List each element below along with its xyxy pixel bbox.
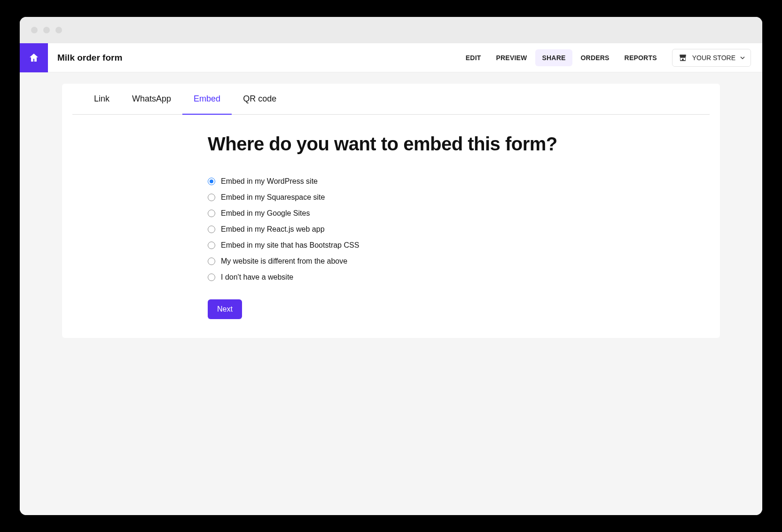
tab-link[interactable]: Link (83, 84, 121, 114)
embed-option-row[interactable]: Embed in my Squarespace site (208, 193, 574, 202)
window-close-dot[interactable] (31, 27, 38, 33)
home-icon (28, 52, 39, 63)
embed-option-label: Embed in my Squarespace site (221, 193, 325, 202)
window-minimize-dot[interactable] (43, 27, 50, 33)
embed-panel: Where do you want to embed this form? Em… (198, 133, 584, 319)
nav-reports[interactable]: REPORTS (618, 49, 664, 66)
radio-dot-icon (210, 180, 213, 183)
share-tabs: Link WhatsApp Embed QR code (72, 84, 710, 115)
your-store-label: YOUR STORE (692, 54, 735, 62)
nav-orders[interactable]: ORDERS (574, 49, 616, 66)
top-nav: EDIT PREVIEW SHARE ORDERS REPORTS (459, 49, 664, 66)
nav-preview[interactable]: PREVIEW (490, 49, 534, 66)
radio-button[interactable] (208, 194, 215, 201)
embed-option-label: I don't have a website (221, 273, 293, 282)
embed-option-row[interactable]: I don't have a website (208, 273, 574, 282)
embed-option-row[interactable]: Embed in my Google Sites (208, 209, 574, 218)
embed-option-label: Embed in my WordPress site (221, 177, 318, 186)
content-area: Link WhatsApp Embed QR code Where do you… (20, 72, 762, 349)
embed-heading: Where do you want to embed this form? (208, 133, 574, 155)
home-button[interactable] (20, 43, 48, 72)
embed-options: Embed in my WordPress siteEmbed in my Sq… (208, 177, 574, 282)
topbar: Milk order form EDIT PREVIEW SHARE ORDER… (20, 43, 762, 72)
radio-button[interactable] (208, 274, 215, 281)
window-zoom-dot[interactable] (55, 27, 62, 33)
next-button[interactable]: Next (208, 299, 242, 319)
page-title: Milk order form (57, 53, 122, 63)
embed-option-row[interactable]: Embed in my WordPress site (208, 177, 574, 186)
embed-option-row[interactable]: Embed in my React.js web app (208, 225, 574, 234)
radio-button[interactable] (208, 178, 215, 185)
radio-button[interactable] (208, 242, 215, 249)
embed-option-row[interactable]: My website is different from the above (208, 257, 574, 266)
embed-option-label: Embed in my Google Sites (221, 209, 310, 218)
window-titlebar (20, 17, 762, 43)
radio-button[interactable] (208, 226, 215, 233)
your-store-dropdown[interactable]: YOUR STORE (672, 49, 751, 67)
share-card: Link WhatsApp Embed QR code Where do you… (62, 84, 720, 338)
embed-option-label: Embed in my React.js web app (221, 225, 325, 234)
chevron-down-icon (740, 55, 745, 60)
app-body: Milk order form EDIT PREVIEW SHARE ORDER… (20, 43, 762, 515)
tab-embed[interactable]: Embed (182, 84, 232, 114)
radio-button[interactable] (208, 210, 215, 217)
tab-whatsapp[interactable]: WhatsApp (121, 84, 182, 114)
nav-share[interactable]: SHARE (535, 49, 572, 66)
tab-qrcode[interactable]: QR code (232, 84, 288, 114)
embed-option-label: My website is different from the above (221, 257, 347, 266)
radio-button[interactable] (208, 258, 215, 265)
embed-option-row[interactable]: Embed in my site that has Bootstrap CSS (208, 241, 574, 250)
browser-frame: Milk order form EDIT PREVIEW SHARE ORDER… (20, 17, 762, 515)
embed-option-label: Embed in my site that has Bootstrap CSS (221, 241, 359, 250)
store-icon (678, 53, 688, 63)
nav-edit[interactable]: EDIT (459, 49, 488, 66)
